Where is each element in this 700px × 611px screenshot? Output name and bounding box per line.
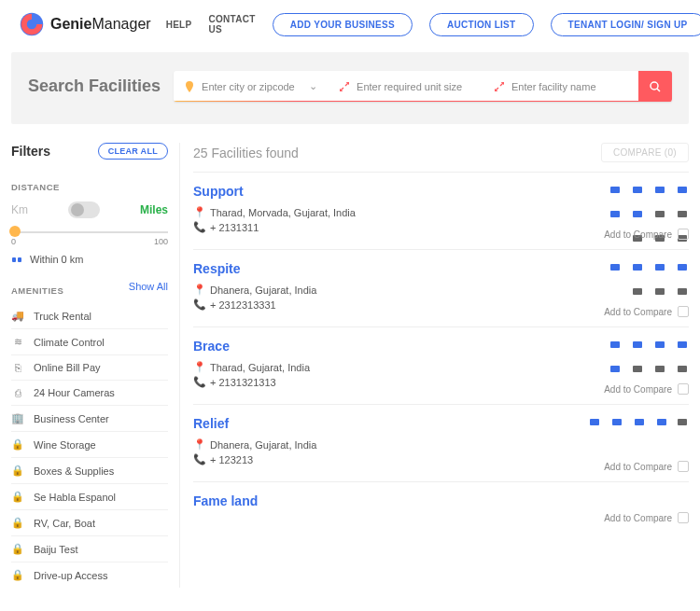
svg-rect-9 — [610, 211, 620, 217]
svg-rect-18 — [655, 264, 665, 271]
amenities-label: AMENITIES — [11, 285, 63, 296]
logo[interactable]: GenieManager — [19, 11, 151, 37]
feature-icon — [676, 184, 689, 195]
amenities-list: 🚚Truck Rental≋Climate Control⎘Online Bil… — [11, 303, 168, 588]
search-panel: Search Facilities Enter city or zipcode … — [11, 52, 689, 124]
add-to-compare[interactable]: Add to Compare — [604, 512, 689, 523]
svg-rect-17 — [633, 264, 642, 271]
show-all-link[interactable]: Show All — [129, 281, 168, 292]
phone-icon: 📞 — [193, 221, 203, 233]
result-card: Respite📍Dhanera, Gujarat, India📞+ 231231… — [193, 249, 689, 326]
auction-list-button[interactable]: AUCTION LIST — [429, 13, 534, 36]
distance-slider[interactable] — [11, 231, 168, 233]
brand-name: GenieManager — [50, 16, 151, 33]
add-to-compare[interactable]: Add to Compare — [604, 229, 689, 240]
feature-icon — [653, 363, 666, 374]
svg-rect-11 — [655, 211, 665, 217]
amenity-icon: 🚚 — [11, 310, 24, 322]
distance-label: DISTANCE — [11, 182, 168, 192]
search-icon — [649, 80, 662, 93]
filters-title: Filters — [11, 144, 50, 159]
size-input[interactable]: Enter required unit size — [329, 71, 483, 102]
feature-icon — [653, 208, 666, 219]
pin-icon: 📍 — [193, 438, 203, 451]
nav-help[interactable]: HELP — [166, 20, 192, 30]
feature-icon — [631, 261, 644, 272]
content: Filters CLEAR ALL DISTANCE Km Miles 0100… — [11, 143, 689, 588]
feature-icon — [653, 285, 666, 297]
feature-icon — [676, 416, 689, 427]
svg-rect-30 — [678, 366, 687, 372]
search-bar: Enter city or zipcode ⌄ Enter required u… — [174, 71, 672, 102]
pin-icon — [185, 81, 194, 92]
amenity-item[interactable]: 🔒Boxes & Supplies — [11, 457, 168, 483]
result-card: Support📍Tharad, Morvada, Gujarat, India📞… — [193, 172, 689, 249]
feature-icon — [653, 184, 666, 195]
unit-switch[interactable] — [68, 201, 100, 218]
svg-rect-16 — [610, 264, 620, 271]
feature-icon — [609, 184, 622, 195]
add-to-compare[interactable]: Add to Compare — [604, 383, 689, 395]
tenant-login-button[interactable]: TENANT LOGIN/ SIGN UP — [551, 13, 700, 36]
add-to-compare[interactable]: Add to Compare — [604, 306, 689, 317]
svg-rect-10 — [633, 211, 642, 217]
clear-all-button[interactable]: CLEAR ALL — [98, 143, 168, 160]
svg-rect-25 — [655, 341, 665, 348]
feature-icon — [676, 339, 689, 350]
feature-icon — [653, 339, 666, 350]
amenity-item[interactable]: 🔒Baiju Test — [11, 535, 168, 562]
feature-icons — [577, 261, 689, 302]
amenity-item[interactable]: ≋Climate Control — [11, 328, 168, 354]
expand-icon — [340, 82, 349, 91]
svg-rect-34 — [657, 419, 666, 425]
compare-button[interactable]: COMPARE (0) — [601, 143, 689, 162]
feature-icon — [676, 363, 689, 374]
feature-icon — [676, 208, 689, 219]
amenity-item[interactable]: 🔒Se Habla Espanol — [11, 483, 168, 509]
amenity-item[interactable]: ⎘Online Bill Pay — [11, 354, 168, 380]
results-panel: 25 Facilities found COMPARE (0) Support📍… — [179, 143, 689, 588]
amenity-icon: ⎙ — [11, 387, 24, 398]
facility-name-link[interactable]: Fame land — [193, 493, 689, 508]
feature-icon — [588, 416, 601, 427]
svg-rect-3 — [12, 257, 16, 262]
header: GenieManager HELP CONTACT US ADD YOUR BU… — [0, 0, 700, 52]
miles-label[interactable]: Miles — [140, 203, 168, 216]
add-business-button[interactable]: ADD YOUR BUSINESS — [273, 13, 413, 36]
pin-icon: 📍 — [193, 206, 203, 218]
amenity-item[interactable]: 🔒Wine Storage — [11, 431, 168, 457]
feature-icon — [610, 416, 623, 427]
result-card: Relief📍Dhanera, Gujarat, India📞+ 123213A… — [193, 404, 689, 481]
km-label[interactable]: Km — [11, 203, 28, 216]
logo-icon — [19, 11, 45, 37]
svg-rect-12 — [678, 211, 687, 217]
amenity-icon: ≋ — [11, 336, 24, 348]
feature-icon — [631, 363, 644, 374]
svg-rect-26 — [678, 341, 687, 348]
nav-contact[interactable]: CONTACT US — [209, 14, 256, 35]
svg-rect-5 — [610, 187, 620, 193]
amenity-icon: ⎘ — [11, 362, 24, 373]
svg-rect-20 — [633, 288, 642, 295]
amenity-item[interactable]: ⎙24 Hour Cameras — [11, 380, 168, 405]
feature-icons — [577, 339, 689, 380]
feature-icon — [631, 339, 644, 350]
city-input[interactable]: Enter city or zipcode ⌄ — [174, 71, 329, 102]
amenity-item[interactable]: 🔒RV, Car, Boat — [11, 509, 168, 535]
amenity-item[interactable]: 🚚Truck Rental — [11, 303, 168, 328]
feature-icon — [653, 261, 666, 272]
name-input[interactable]: Enter facility name — [483, 71, 638, 102]
amenity-icon: 🔒 — [11, 543, 24, 555]
within-row: Within 0 km — [11, 254, 168, 265]
svg-rect-19 — [678, 264, 687, 271]
add-to-compare[interactable]: Add to Compare — [604, 461, 689, 472]
feature-icon — [631, 285, 644, 297]
amenity-item[interactable]: 🔒Drive-up Access — [11, 562, 168, 588]
svg-rect-24 — [633, 341, 642, 348]
feature-icon — [609, 339, 622, 350]
svg-rect-6 — [633, 187, 642, 193]
amenity-item[interactable]: 🏢Business Center — [11, 405, 168, 431]
search-button[interactable] — [638, 71, 672, 102]
feature-icon — [631, 208, 644, 219]
svg-rect-4 — [18, 257, 21, 262]
